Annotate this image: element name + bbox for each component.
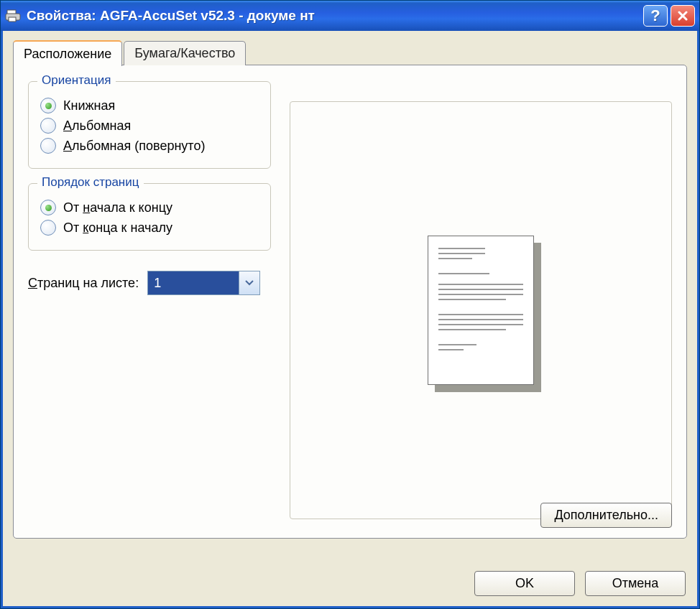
svg-rect-2: [9, 17, 16, 22]
window-title: Свойства: AGFA-AccuSet v52.3 - докуме нт: [27, 8, 643, 24]
tab-layout[interactable]: Расположение: [13, 40, 122, 66]
radio-portrait-label: Книжная: [63, 98, 115, 113]
pages-per-sheet-label: Страниц на листе:: [28, 276, 139, 291]
radio-portrait[interactable]: Книжная: [40, 98, 259, 113]
radio-dot-icon: [40, 200, 56, 215]
dialog-footer: OK Отмена: [474, 571, 686, 596]
radio-dot-icon: [40, 98, 56, 113]
dialog-window: Свойства: AGFA-AccuSet v52.3 - докуме нт…: [0, 0, 700, 609]
chevron-down-icon[interactable]: [239, 271, 260, 295]
advanced-button[interactable]: Дополнительно...: [540, 503, 672, 528]
pages-per-sheet-value: 1: [147, 271, 239, 295]
radio-front-to-back[interactable]: От начала к концу: [40, 200, 259, 215]
page-preview: [290, 101, 672, 519]
tab-panel-layout: Ориентация Книжная Альбомная Альбомная (…: [13, 65, 687, 539]
help-button[interactable]: ?: [643, 5, 668, 27]
tab-row: Расположение Бумага/Качество: [13, 39, 687, 65]
group-page-order-legend: Порядок страниц: [37, 175, 144, 190]
group-page-order: Порядок страниц От начала к концу От кон…: [28, 183, 271, 251]
radio-dot-icon: [40, 138, 56, 154]
pages-per-sheet-row: Страниц на листе: 1: [28, 271, 271, 295]
right-column: [290, 81, 672, 522]
group-orientation-legend: Ориентация: [37, 73, 116, 88]
radio-dot-icon: [40, 118, 56, 134]
radio-front-to-back-label: От начала к концу: [63, 200, 172, 215]
ok-button[interactable]: OK: [474, 571, 575, 596]
titlebar[interactable]: Свойства: AGFA-AccuSet v52.3 - докуме нт…: [1, 1, 699, 31]
document-icon: [428, 236, 534, 385]
radio-landscape-label: Альбомная: [63, 118, 131, 134]
tab-paper-quality[interactable]: Бумага/Качество: [124, 41, 246, 65]
cancel-button[interactable]: Отмена: [585, 571, 686, 596]
radio-landscape-rotated-label: Альбомная (повернуто): [63, 139, 205, 154]
printer-icon: [5, 9, 21, 23]
radio-back-to-front[interactable]: От конца к началу: [40, 220, 259, 236]
radio-landscape[interactable]: Альбомная: [40, 118, 259, 134]
radio-dot-icon: [40, 220, 56, 236]
pages-per-sheet-combo[interactable]: 1: [147, 271, 260, 295]
client-area: Расположение Бумага/Качество Ориентация …: [1, 31, 699, 608]
left-column: Ориентация Книжная Альбомная Альбомная (…: [28, 81, 271, 522]
group-orientation: Ориентация Книжная Альбомная Альбомная (…: [28, 81, 271, 169]
close-button[interactable]: [671, 5, 695, 27]
radio-back-to-front-label: От конца к началу: [63, 220, 172, 236]
radio-landscape-rotated[interactable]: Альбомная (повернуто): [40, 138, 259, 154]
